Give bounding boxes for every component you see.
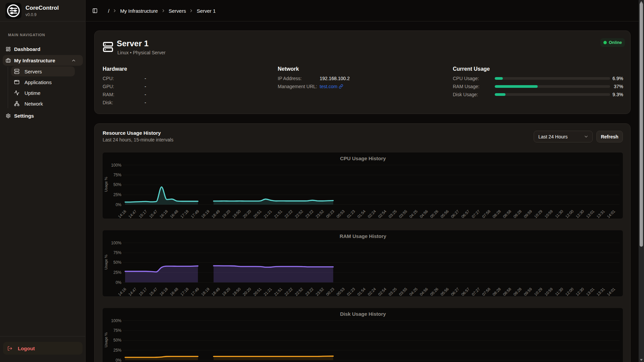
svg-text:08:28: 08:28 (492, 287, 501, 296)
svg-text:07:58: 07:58 (481, 209, 491, 219)
svg-text:04:25: 04:25 (409, 209, 418, 219)
svg-text:21:51: 21:51 (273, 287, 283, 296)
svg-text:07:27: 07:27 (471, 287, 481, 296)
svg-text:05:56: 05:56 (440, 209, 449, 219)
svg-text:12:00: 12:00 (565, 287, 574, 296)
svg-text:01:54: 01:54 (357, 209, 366, 219)
svg-text:00:53: 00:53 (336, 287, 345, 296)
svg-text:04:56: 04:56 (419, 287, 429, 296)
svg-text:07:58: 07:58 (481, 287, 491, 296)
svg-text:18:19: 18:19 (201, 287, 210, 296)
svg-text:06:57: 06:57 (461, 209, 470, 219)
svg-text:Disk Usage History: Disk Usage History (340, 311, 386, 317)
svg-text:20:51: 20:51 (253, 209, 262, 219)
svg-text:Usage %: Usage % (104, 177, 108, 192)
svg-text:10:29: 10:29 (533, 209, 543, 219)
svg-text:20:20: 20:20 (242, 287, 252, 296)
svg-text:06:27: 06:27 (450, 209, 460, 219)
svg-text:14:47: 14:47 (128, 209, 138, 219)
svg-text:08:58: 08:58 (502, 209, 512, 219)
svg-text:02:24: 02:24 (367, 287, 377, 296)
svg-text:18:49: 18:49 (211, 287, 221, 296)
svg-text:RAM Usage History: RAM Usage History (339, 233, 386, 239)
svg-text:21:21: 21:21 (263, 287, 273, 296)
svg-text:22:22: 22:22 (284, 209, 293, 219)
svg-text:22:52: 22:52 (294, 287, 304, 296)
svg-text:10:29: 10:29 (533, 287, 543, 296)
svg-text:09:59: 09:59 (523, 287, 533, 296)
svg-text:12:30: 12:30 (575, 209, 585, 219)
svg-text:100%: 100% (111, 318, 121, 323)
svg-text:23:22: 23:22 (305, 287, 314, 296)
svg-text:03:25: 03:25 (388, 209, 397, 219)
svg-text:07:27: 07:27 (471, 209, 481, 219)
svg-text:02:54: 02:54 (377, 287, 387, 296)
svg-text:19:20: 19:20 (221, 209, 231, 219)
svg-text:100%: 100% (111, 241, 121, 245)
svg-text:13:01: 13:01 (585, 209, 595, 219)
svg-text:06:27: 06:27 (450, 287, 460, 296)
svg-text:16:18: 16:18 (159, 287, 169, 296)
svg-text:0%: 0% (116, 280, 122, 285)
svg-text:11:30: 11:30 (554, 209, 564, 219)
svg-text:25%: 25% (113, 348, 121, 353)
svg-text:05:56: 05:56 (440, 287, 449, 296)
svg-text:06:57: 06:57 (461, 287, 470, 296)
svg-text:23:52: 23:52 (315, 287, 325, 296)
svg-text:23:52: 23:52 (315, 209, 325, 219)
svg-text:03:55: 03:55 (398, 209, 408, 219)
svg-text:13:01: 13:01 (585, 287, 595, 296)
svg-text:75%: 75% (113, 173, 121, 177)
svg-text:22:22: 22:22 (284, 287, 293, 296)
svg-text:14:47: 14:47 (128, 287, 138, 296)
svg-text:50%: 50% (113, 182, 121, 187)
svg-text:12:00: 12:00 (565, 209, 574, 219)
svg-text:01:54: 01:54 (357, 287, 366, 296)
svg-text:14:16: 14:16 (117, 209, 127, 219)
svg-text:05:26: 05:26 (429, 209, 439, 219)
svg-text:17:18: 17:18 (180, 209, 190, 219)
svg-text:50%: 50% (113, 338, 121, 343)
svg-text:20:51: 20:51 (253, 287, 262, 296)
svg-text:18:19: 18:19 (201, 209, 210, 219)
svg-text:100%: 100% (111, 163, 121, 168)
svg-text:00:23: 00:23 (325, 287, 335, 296)
svg-text:20:20: 20:20 (242, 209, 252, 219)
svg-text:03:25: 03:25 (388, 287, 397, 296)
svg-text:01:23: 01:23 (346, 209, 356, 219)
svg-text:00:23: 00:23 (325, 209, 335, 219)
svg-text:17:49: 17:49 (190, 287, 200, 296)
svg-text:08:58: 08:58 (502, 287, 512, 296)
svg-text:23:22: 23:22 (305, 209, 314, 219)
svg-text:13:31: 13:31 (596, 209, 605, 219)
svg-text:25%: 25% (113, 192, 121, 197)
svg-text:15:47: 15:47 (149, 287, 158, 296)
svg-text:02:54: 02:54 (377, 209, 387, 219)
svg-text:19:50: 19:50 (232, 209, 241, 219)
svg-text:Usage %: Usage % (104, 332, 108, 347)
svg-text:17:49: 17:49 (190, 209, 200, 219)
svg-text:09:28: 09:28 (513, 287, 522, 296)
svg-text:03:55: 03:55 (398, 287, 408, 296)
svg-text:17:18: 17:18 (180, 287, 190, 296)
svg-text:16:48: 16:48 (169, 287, 179, 296)
svg-text:16:18: 16:18 (159, 209, 169, 219)
svg-text:0%: 0% (116, 202, 122, 207)
svg-text:CPU Usage History: CPU Usage History (340, 156, 386, 161)
svg-text:19:50: 19:50 (232, 287, 241, 296)
svg-text:21:51: 21:51 (273, 209, 283, 219)
svg-text:15:47: 15:47 (149, 209, 158, 219)
svg-text:10:59: 10:59 (544, 287, 553, 296)
svg-text:50%: 50% (113, 260, 121, 265)
svg-text:0%: 0% (116, 358, 122, 362)
svg-text:02:24: 02:24 (367, 209, 377, 219)
svg-text:09:28: 09:28 (513, 209, 522, 219)
svg-text:16:48: 16:48 (169, 209, 179, 219)
svg-text:15:17: 15:17 (138, 209, 148, 219)
svg-text:11:30: 11:30 (554, 287, 564, 296)
svg-text:08:28: 08:28 (492, 209, 501, 219)
svg-text:10:59: 10:59 (544, 209, 553, 219)
svg-text:75%: 75% (113, 328, 121, 333)
svg-text:12:30: 12:30 (575, 287, 585, 296)
svg-text:04:56: 04:56 (419, 209, 429, 219)
